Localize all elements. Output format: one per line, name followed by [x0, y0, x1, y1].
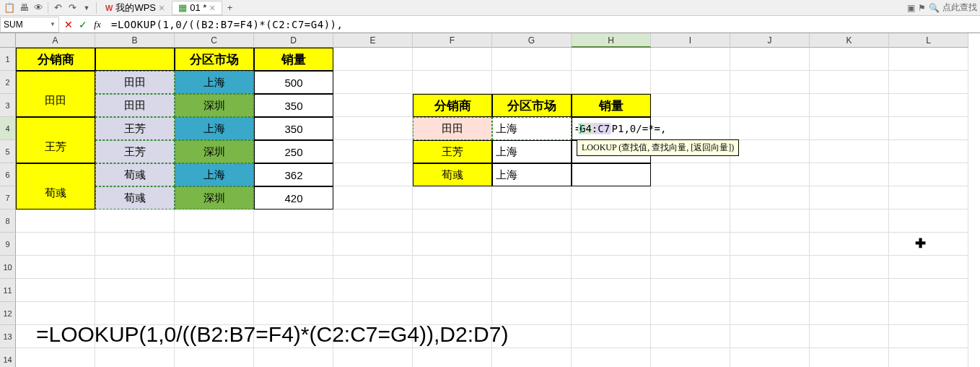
cell[interactable]: 350: [254, 94, 333, 117]
dropdown-icon[interactable]: ▼: [80, 1, 93, 14]
cell[interactable]: [572, 256, 651, 279]
cell[interactable]: [333, 94, 413, 117]
cell[interactable]: 420: [254, 186, 333, 210]
row-header[interactable]: 12: [0, 302, 16, 325]
cell[interactable]: [333, 233, 413, 256]
cell[interactable]: [730, 279, 810, 302]
cell[interactable]: [572, 210, 651, 233]
cell[interactable]: [175, 210, 254, 233]
cell[interactable]: [730, 302, 810, 325]
cell[interactable]: [810, 302, 889, 325]
cell[interactable]: [810, 279, 889, 302]
cell[interactable]: 上海: [492, 140, 572, 163]
cell[interactable]: [16, 117, 95, 140]
cell[interactable]: [889, 348, 968, 367]
cell[interactable]: [413, 256, 492, 279]
cell[interactable]: [810, 94, 889, 117]
cell[interactable]: 荀彧: [16, 186, 95, 210]
cell[interactable]: 王芳: [16, 140, 95, 163]
row-header[interactable]: 13: [0, 325, 16, 348]
cell[interactable]: [413, 71, 492, 94]
cell[interactable]: [889, 186, 968, 210]
cell[interactable]: [730, 325, 810, 348]
search-box[interactable]: ▣ ⚑ 🔍 点此查找: [907, 1, 977, 14]
flag-icon[interactable]: ⚑: [918, 3, 926, 13]
cell[interactable]: [16, 348, 95, 367]
cell[interactable]: [333, 279, 413, 302]
cell[interactable]: [730, 348, 810, 367]
cell[interactable]: [413, 186, 492, 210]
cell[interactable]: [810, 325, 889, 348]
cell[interactable]: 王芳: [95, 117, 175, 140]
cell[interactable]: [254, 348, 333, 367]
cell[interactable]: [572, 163, 651, 186]
cell[interactable]: 深圳: [175, 140, 254, 163]
row-header[interactable]: 4: [0, 117, 16, 140]
cell[interactable]: [651, 256, 730, 279]
row-header[interactable]: 8: [0, 210, 16, 233]
cell[interactable]: [413, 48, 492, 71]
cell[interactable]: [651, 94, 730, 117]
col-header-B[interactable]: B: [95, 33, 175, 48]
doc-tab[interactable]: ▦ 01 * ×: [172, 1, 222, 15]
cell[interactable]: [889, 279, 968, 302]
cell[interactable]: [175, 233, 254, 256]
cell[interactable]: [810, 71, 889, 94]
cell[interactable]: [651, 233, 730, 256]
cell[interactable]: [333, 210, 413, 233]
preview-icon[interactable]: 👁: [32, 1, 45, 14]
cell[interactable]: 上海: [492, 117, 572, 140]
cell[interactable]: 上海: [175, 117, 254, 140]
cell[interactable]: [333, 348, 413, 367]
cell[interactable]: [889, 325, 968, 348]
fx-icon[interactable]: fx: [91, 18, 104, 31]
cell[interactable]: [175, 348, 254, 367]
cell[interactable]: [492, 256, 572, 279]
row-header[interactable]: 9: [0, 233, 16, 256]
cancel-formula-icon[interactable]: ✕: [62, 18, 75, 31]
cell[interactable]: [333, 71, 413, 94]
close-icon[interactable]: ×: [209, 2, 215, 14]
editing-cell[interactable]: =LOOKUP(1,0/((B2:B7=F4)*(C2:C7=G4)),: [572, 117, 651, 140]
cell[interactable]: [95, 256, 175, 279]
cell[interactable]: 350: [254, 117, 333, 140]
col-header-I[interactable]: I: [651, 33, 730, 48]
cell[interactable]: LOOKUP (查找值, 查找向量, [返回向量]): [572, 140, 651, 163]
cell[interactable]: [175, 256, 254, 279]
col-header-K[interactable]: K: [810, 33, 889, 48]
cell[interactable]: [730, 186, 810, 210]
col-header-F[interactable]: F: [413, 33, 492, 48]
cell[interactable]: [16, 233, 95, 256]
select-all-corner[interactable]: [0, 33, 16, 48]
row-header[interactable]: 3: [0, 94, 16, 117]
cell[interactable]: [572, 279, 651, 302]
col-header-H[interactable]: H: [572, 33, 651, 48]
cell[interactable]: [333, 140, 413, 163]
cell[interactable]: [16, 256, 95, 279]
cell[interactable]: [572, 48, 651, 71]
cell[interactable]: [810, 348, 889, 367]
cell[interactable]: [95, 48, 175, 71]
cell[interactable]: [572, 302, 651, 325]
cell[interactable]: 荀彧: [95, 163, 175, 186]
cell[interactable]: [492, 348, 572, 367]
row-header[interactable]: 2: [0, 71, 16, 94]
cell[interactable]: [889, 71, 968, 94]
cell[interactable]: 田田: [16, 94, 95, 117]
cell[interactable]: [95, 233, 175, 256]
cell[interactable]: [651, 325, 730, 348]
col-header-L[interactable]: L: [889, 33, 968, 48]
cell[interactable]: [889, 233, 968, 256]
cell[interactable]: [333, 117, 413, 140]
cell[interactable]: [492, 71, 572, 94]
cell[interactable]: [572, 71, 651, 94]
cell[interactable]: [492, 279, 572, 302]
cell[interactable]: 分销商: [16, 48, 95, 71]
cell[interactable]: 荀彧: [95, 186, 175, 210]
collapse-icon[interactable]: ▣: [907, 3, 915, 13]
cell[interactable]: [333, 163, 413, 186]
cell[interactable]: 362: [254, 163, 333, 186]
cell[interactable]: [810, 140, 889, 163]
cell[interactable]: 500: [254, 71, 333, 94]
cell[interactable]: 上海: [175, 71, 254, 94]
